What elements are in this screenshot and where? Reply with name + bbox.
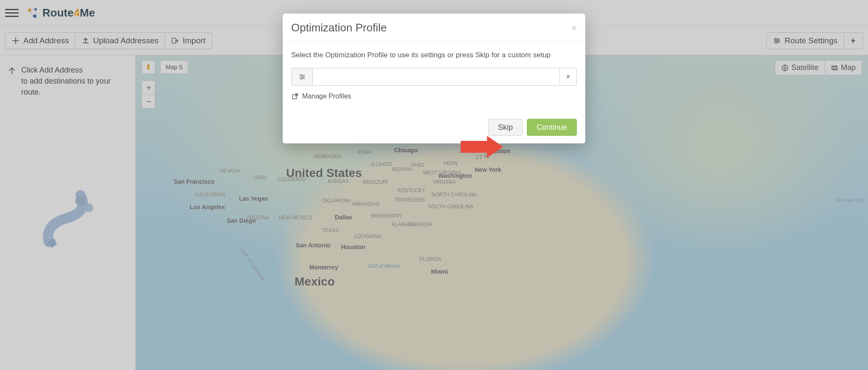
svg-point-11 bbox=[303, 76, 304, 78]
modal-title: Optimization Profile bbox=[291, 21, 387, 34]
skip-button[interactable]: Skip bbox=[488, 119, 523, 136]
modal-close-button[interactable]: × bbox=[571, 23, 577, 33]
continue-button[interactable]: Continue bbox=[527, 119, 577, 136]
close-icon: × bbox=[571, 22, 577, 33]
external-link-icon bbox=[291, 92, 299, 100]
profile-select-input[interactable] bbox=[313, 68, 559, 85]
close-icon: × bbox=[566, 73, 570, 81]
profile-settings-icon bbox=[292, 68, 313, 85]
svg-point-12 bbox=[301, 78, 303, 79]
manage-profiles-link[interactable]: Manage Profiles bbox=[302, 92, 351, 100]
modal-instruction: Select the Optimization Profile to use i… bbox=[291, 51, 577, 59]
svg-point-10 bbox=[300, 74, 302, 76]
optimization-profile-modal: Optimization Profile × Select the Optimi… bbox=[283, 14, 585, 143]
profile-clear-button[interactable]: × bbox=[559, 68, 576, 85]
